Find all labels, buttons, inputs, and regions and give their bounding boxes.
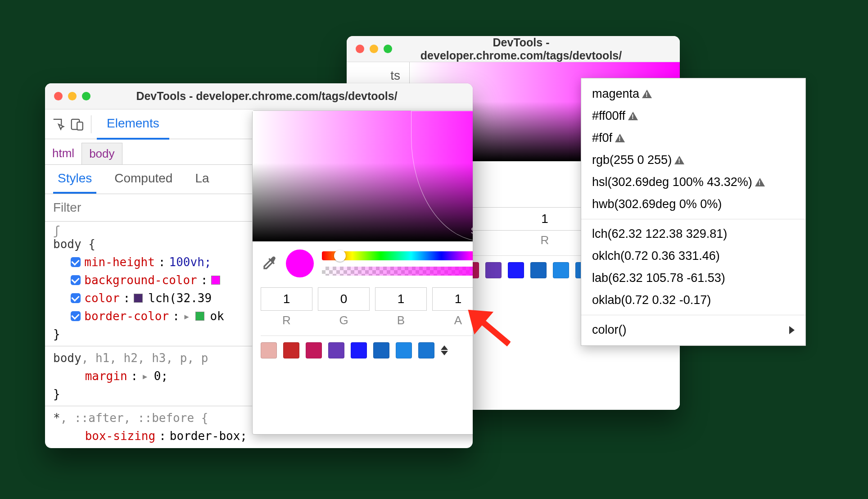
color-format-menu: magenta #ff00ff #f0f rgb(255 0 255) hsl(… <box>581 78 806 346</box>
css-value[interactable]: border-box; <box>170 427 247 445</box>
titlebar: DevTools - developer.chrome.com/tags/dev… <box>45 83 473 109</box>
subtab-styles[interactable]: Styles <box>53 165 96 194</box>
format-item[interactable]: #ff00ff <box>581 105 805 127</box>
warning-icon <box>628 112 638 120</box>
color-swatch[interactable] <box>134 294 143 303</box>
palette-swatch[interactable] <box>328 342 344 358</box>
color-palette <box>261 336 473 360</box>
device-toggle-icon[interactable] <box>68 115 86 133</box>
warning-icon <box>674 156 684 164</box>
window-title: DevTools - developer.chrome.com/tags/dev… <box>97 90 437 103</box>
b-label: B <box>375 313 427 327</box>
format-item[interactable]: oklch(0.72 0.36 331.46) <box>581 245 805 267</box>
g-label: G <box>318 313 370 327</box>
eyedropper-icon[interactable] <box>261 255 278 272</box>
format-item[interactable]: hwb(302.69deg 0% 0%) <box>581 193 805 215</box>
color-picker: sRGB R G B A <box>252 110 473 435</box>
palette-swatch[interactable] <box>306 342 322 358</box>
css-property[interactable]: margin <box>85 367 127 385</box>
format-item[interactable]: #f0f <box>581 127 805 149</box>
devtools-window-front: DevTools - developer.chrome.com/tags/dev… <box>45 83 473 448</box>
format-item[interactable]: oklab(0.72 0.32 -0.17) <box>581 289 805 311</box>
select-element-icon[interactable] <box>50 115 68 133</box>
format-item[interactable]: lab(62.32 105.78 -61.53) <box>581 267 805 289</box>
expand-icon[interactable]: ▸ <box>183 307 190 325</box>
tab-elements[interactable]: Elements <box>97 109 169 140</box>
palette-swatch[interactable] <box>508 262 524 278</box>
colorspace-label: sRGB <box>471 223 473 237</box>
palette-swatch[interactable] <box>553 262 569 278</box>
css-value[interactable]: ok <box>210 307 224 325</box>
close-icon[interactable] <box>356 45 364 53</box>
r-input[interactable] <box>261 287 312 311</box>
palette-swatch[interactable] <box>530 262 547 278</box>
palette-swatch[interactable] <box>351 342 367 358</box>
format-item-more[interactable]: color() <box>581 319 805 341</box>
color-swatch[interactable] <box>195 312 204 321</box>
maximize-icon[interactable] <box>384 45 392 53</box>
format-item[interactable]: hsl(302.69deg 100% 43.32%) <box>581 171 805 193</box>
g-input[interactable] <box>318 287 370 311</box>
palette-swatch[interactable] <box>373 342 389 358</box>
traffic-lights <box>356 45 392 53</box>
maximize-icon[interactable] <box>82 92 90 100</box>
close-icon[interactable] <box>54 92 63 100</box>
window-title: DevTools - developer.chrome.com/tags/dev… <box>398 36 644 62</box>
property-checkbox[interactable] <box>71 311 81 321</box>
r-label: R <box>261 313 312 327</box>
color-swatch[interactable] <box>211 276 220 285</box>
css-property[interactable]: background-color <box>84 271 197 289</box>
palette-stepper[interactable] <box>441 345 452 355</box>
format-item[interactable]: lch(62.32 122.38 329.81) <box>581 223 805 245</box>
hue-slider[interactable] <box>322 251 473 260</box>
selected-color-swatch <box>286 250 314 277</box>
css-property[interactable]: min-height <box>84 253 155 271</box>
subtab-computed[interactable]: Computed <box>110 165 177 194</box>
warning-icon <box>755 178 765 186</box>
palette-swatch[interactable] <box>283 342 299 358</box>
minimize-icon[interactable] <box>68 92 77 100</box>
palette-swatch[interactable] <box>485 262 502 278</box>
minimize-icon[interactable] <box>370 45 378 53</box>
warning-icon <box>642 90 652 98</box>
format-item[interactable]: rgb(255 0 255) <box>581 149 805 171</box>
palette-swatch[interactable] <box>418 342 434 358</box>
chevron-right-icon <box>789 326 795 334</box>
color-spectrum[interactable]: sRGB <box>253 111 473 241</box>
palette-swatch[interactable] <box>396 342 412 358</box>
css-value[interactable]: lch(32.39 <box>148 289 212 307</box>
property-checkbox[interactable] <box>71 293 81 303</box>
warning-icon <box>615 134 625 142</box>
css-property[interactable]: box-sizing <box>85 427 156 445</box>
titlebar: DevTools - developer.chrome.com/tags/dev… <box>347 36 680 62</box>
traffic-lights <box>54 92 90 100</box>
breadcrumb-html[interactable]: html <box>45 143 81 164</box>
css-value[interactable]: 0; <box>154 367 168 385</box>
css-value[interactable]: 100vh; <box>169 253 212 271</box>
breadcrumb-body[interactable]: body <box>81 143 122 164</box>
b-input[interactable] <box>375 287 427 311</box>
css-property[interactable]: border-color <box>84 307 169 325</box>
property-checkbox[interactable] <box>71 275 81 285</box>
palette-swatch[interactable] <box>261 342 277 358</box>
subtab-layout[interactable]: La <box>190 165 213 194</box>
css-property[interactable]: color <box>84 289 119 307</box>
svg-rect-1 <box>77 122 83 130</box>
format-item[interactable]: magenta <box>581 83 805 105</box>
property-checkbox[interactable] <box>71 257 81 267</box>
expand-icon[interactable]: ▸ <box>141 367 149 385</box>
alpha-slider[interactable] <box>322 267 473 276</box>
